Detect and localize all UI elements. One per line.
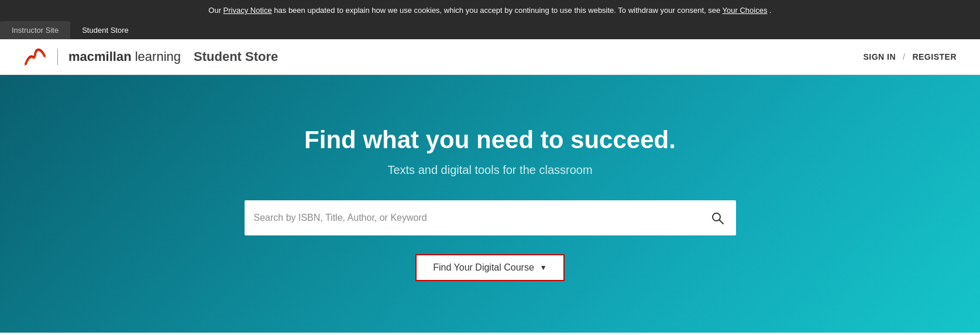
search-submit-button[interactable]: [708, 208, 727, 227]
hero-section: Find what you need to succeed. Texts and…: [0, 75, 980, 333]
find-course-label: Find Your Digital Course: [433, 262, 534, 273]
cookie-notice-text-middle: has been updated to explain how we use c…: [274, 6, 722, 15]
register-link[interactable]: REGISTER: [912, 52, 957, 61]
store-title: Student Store: [194, 49, 278, 64]
logo-area: macmillan learning Student Store: [23, 47, 278, 66]
search-icon: [710, 211, 724, 225]
your-choices-link[interactable]: Your Choices: [723, 6, 768, 15]
auth-links: SIGN IN / REGISTER: [863, 52, 957, 61]
brand-name: macmillan learning: [68, 49, 181, 64]
macmillan-text: macmillan: [68, 49, 132, 64]
learning-text: learning: [135, 49, 181, 64]
sign-in-link[interactable]: SIGN IN: [863, 52, 896, 61]
auth-divider: /: [903, 52, 905, 61]
logo-divider: [57, 49, 58, 65]
cookie-notice-bar: Our Privacy Notice has been updated to e…: [0, 0, 980, 21]
macmillan-logo-icon: [23, 47, 47, 66]
hero-subtitle: Texts and digital tools for the classroo…: [387, 163, 592, 177]
privacy-notice-link[interactable]: Privacy Notice: [223, 6, 272, 15]
tab-student-store[interactable]: Student Store: [70, 21, 140, 39]
cookie-notice-text-end: .: [769, 6, 772, 15]
search-input[interactable]: [254, 213, 708, 223]
cookie-notice-text-prefix: Our: [208, 6, 223, 15]
tab-instructor-site[interactable]: Instructor Site: [0, 21, 70, 39]
top-nav: Instructor Site Student Store: [0, 21, 980, 39]
chevron-down-icon: ▼: [540, 264, 547, 272]
find-digital-course-button[interactable]: Find Your Digital Course ▼: [415, 254, 564, 281]
search-bar-container: [245, 200, 736, 235]
hero-title: Find what you need to succeed.: [304, 126, 676, 154]
site-header: macmillan learning Student Store SIGN IN…: [0, 39, 980, 75]
svg-line-1: [719, 220, 723, 224]
